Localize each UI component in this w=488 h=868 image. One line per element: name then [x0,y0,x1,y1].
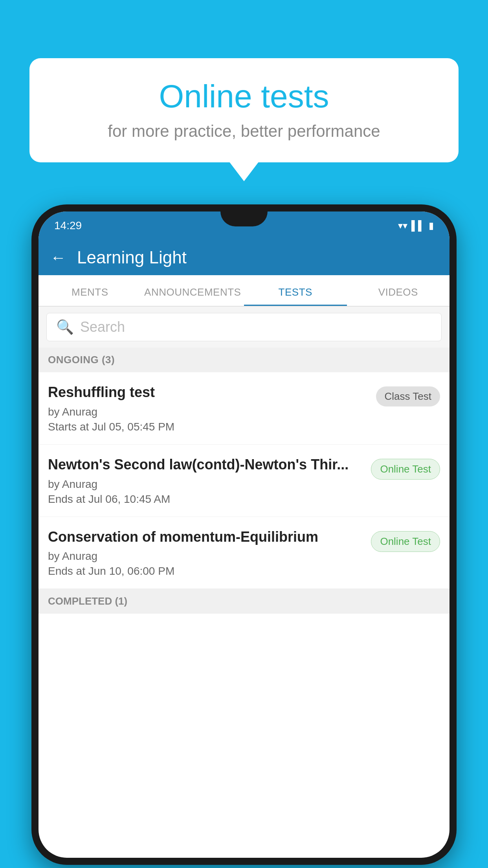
test-info-2: Newton's Second law(contd)-Newton's Thir… [48,456,371,506]
test-badge-3: Online Test [371,531,440,552]
search-placeholder: Search [80,319,125,335]
signal-icon: ▌▌ [411,220,425,231]
test-item-2[interactable]: Newton's Second law(contd)-Newton's Thir… [39,445,449,517]
test-item-3[interactable]: Conservation of momentum-Equilibrium by … [39,517,449,589]
tab-tests[interactable]: TESTS [244,286,347,306]
search-bar[interactable]: 🔍 Search [46,313,442,341]
test-date-2: Ends at Jul 06, 10:45 AM [48,493,363,506]
tabs-bar: MENTS ANNOUNCEMENTS TESTS VIDEOS [39,275,449,307]
search-container: 🔍 Search [39,307,449,348]
bubble-title: Online tests [53,78,435,115]
battery-icon: ▮ [429,220,434,231]
test-title-3: Conservation of momentum-Equilibrium [48,528,363,546]
phone-frame: 14:29 ▾▾ ▌▌ ▮ ← Learning Light MENTS [31,204,457,865]
test-badge-2: Online Test [371,459,440,480]
test-item-1[interactable]: Reshuffling test by Anurag Starts at Jul… [39,372,449,445]
status-icons: ▾▾ ▌▌ ▮ [398,220,434,231]
test-info-3: Conservation of momentum-Equilibrium by … [48,528,371,578]
notch-cutout [220,211,268,226]
status-bar: 14:29 ▾▾ ▌▌ ▮ [39,211,449,240]
app-header: ← Learning Light [39,240,449,275]
phone-wrapper: 14:29 ▾▾ ▌▌ ▮ ← Learning Light MENTS [31,204,457,865]
completed-section-header: COMPLETED (1) [39,589,449,614]
test-author-2: by Anurag [48,478,363,491]
bubble-subtitle: for more practice, better performance [53,122,435,141]
speech-bubble: Online tests for more practice, better p… [29,58,459,162]
ongoing-section-header: ONGOING (3) [39,348,449,372]
back-button[interactable]: ← [50,249,66,267]
test-author-3: by Anurag [48,550,363,563]
tab-videos[interactable]: VIDEOS [347,286,450,306]
tab-announcements[interactable]: ANNOUNCEMENTS [141,286,244,306]
search-icon: 🔍 [56,319,74,335]
test-title-1: Reshuffling test [48,383,368,402]
test-info-1: Reshuffling test by Anurag Starts at Jul… [48,383,376,433]
phone-screen: 14:29 ▾▾ ▌▌ ▮ ← Learning Light MENTS [39,211,449,858]
test-badge-1: Class Test [376,386,440,406]
test-title-2: Newton's Second law(contd)-Newton's Thir… [48,456,363,474]
wifi-icon: ▾▾ [398,220,407,231]
app-title: Learning Light [77,248,187,267]
tab-ments[interactable]: MENTS [39,286,141,306]
status-time: 14:29 [54,219,82,232]
test-date-3: Ends at Jun 10, 06:00 PM [48,565,363,577]
test-author-1: by Anurag [48,406,368,418]
test-date-1: Starts at Jul 05, 05:45 PM [48,421,368,433]
